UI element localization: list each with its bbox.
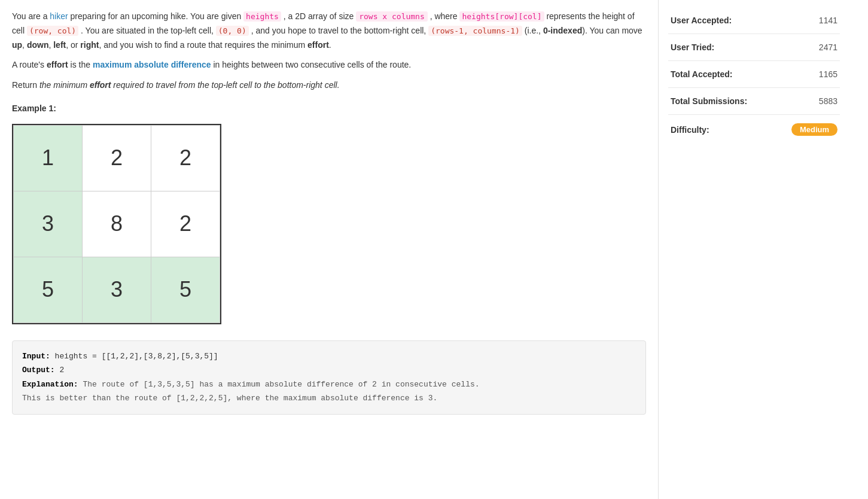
effort-bold-italic: effort (90, 80, 111, 90)
rows-x-cols: rows x columns (356, 11, 428, 22)
output-value: 2 (55, 366, 65, 375)
code-explanation-line2: This is better than the route of [1,2,2,… (22, 391, 636, 405)
effort-bold-route: effort (47, 60, 68, 69)
grid-row-1: 3 8 2 (14, 191, 220, 257)
difficulty-label: Difficulty: (671, 125, 709, 135)
cell-0-2: 2 (151, 125, 220, 191)
total-submissions-label: Total Submissions: (671, 96, 747, 106)
right-bold: right (80, 40, 99, 50)
cell-1-0: 3 (14, 191, 83, 257)
total-accepted-label: Total Accepted: (671, 69, 732, 79)
heights-code: heights (243, 11, 281, 22)
cell-2-0: 5 (14, 257, 83, 322)
output-label: Output: (22, 366, 55, 375)
input-label: Input: (22, 352, 50, 361)
cell-0-1: 2 (83, 125, 151, 191)
user-accepted-value: 1141 (819, 16, 837, 25)
stat-row-total-accepted: Total Accepted: 1165 (668, 61, 840, 88)
explanation-value: The route of [1,3,5,3,5] has a maximum a… (78, 380, 480, 389)
grid-row-0: 1 2 2 (14, 125, 220, 191)
hiker-text: hiker (50, 11, 68, 21)
problem-description: You are a hiker preparing for an upcomin… (12, 10, 646, 93)
row-col-code: (row, col) (27, 26, 78, 36)
code-explanation-line1: Explanation: The route of [1,3,5,3,5] ha… (22, 378, 636, 391)
left-bold: left (53, 40, 66, 50)
stat-row-total-submissions: Total Submissions: 5883 (668, 88, 840, 115)
intro-paragraph: You are a hiker preparing for an upcomin… (12, 10, 646, 52)
sidebar: User Accepted: 1141 User Tried: 2471 Tot… (658, 0, 849, 499)
down-bold: down (27, 40, 49, 50)
return-italic: the minimum effort required to travel fr… (39, 80, 340, 90)
code-input-line: Input: heights = [[1,2,2],[3,8,2],[5,3,5… (22, 349, 636, 363)
code-block: Input: heights = [[1,2,2],[3,8,2],[5,3,5… (12, 340, 646, 415)
user-accepted-label: User Accepted: (671, 16, 732, 25)
explanation-label: Explanation: (22, 380, 78, 389)
user-tried-label: User Tried: (671, 42, 714, 52)
up-bold: up (12, 40, 22, 50)
stat-row-user-accepted: User Accepted: 1141 (668, 7, 840, 34)
grid-body: 1 2 2 3 8 2 5 3 5 (14, 125, 220, 322)
explanation-line2: This is better than the route of [1,2,2,… (22, 394, 437, 403)
stat-row-user-tried: User Tried: 2471 (668, 34, 840, 61)
grid-row-2: 5 3 5 (14, 257, 220, 322)
max-abs-text: maximum absolute difference (93, 60, 211, 69)
heights-row-col: heights[row][col] (459, 11, 544, 22)
cell-2-2: 5 (151, 257, 220, 322)
example-title: Example 1: (12, 104, 646, 113)
zero-zero-code: (0, 0) (216, 26, 249, 36)
stat-row-difficulty: Difficulty: Medium (668, 115, 840, 144)
rows-cols-code: (rows-1, columns-1) (428, 26, 522, 36)
effort-bold-intro: effort (307, 40, 329, 50)
main-content: You are a hiker preparing for an upcomin… (0, 0, 658, 499)
grid-container: 1 2 2 3 8 2 5 3 5 (12, 124, 221, 324)
cell-1-2: 2 (151, 191, 220, 257)
total-submissions-value: 5883 (819, 96, 837, 106)
route-def-paragraph: A route's effort is the maximum absolute… (12, 58, 646, 72)
return-paragraph: Return the minimum effort required to tr… (12, 78, 646, 93)
total-accepted-value: 1165 (819, 69, 837, 79)
zero-indexed-bold: 0-indexed (543, 26, 582, 35)
cell-2-1: 3 (83, 257, 151, 322)
code-output-line: Output: 2 (22, 363, 636, 377)
difficulty-badge: Medium (791, 123, 837, 136)
cell-1-1: 8 (83, 191, 151, 257)
input-value: heights = [[1,2,2],[3,8,2],[5,3,5]] (50, 352, 218, 361)
cell-0-0: 1 (14, 125, 83, 191)
user-tried-value: 2471 (819, 42, 837, 52)
grid-table: 1 2 2 3 8 2 5 3 5 (13, 125, 220, 323)
